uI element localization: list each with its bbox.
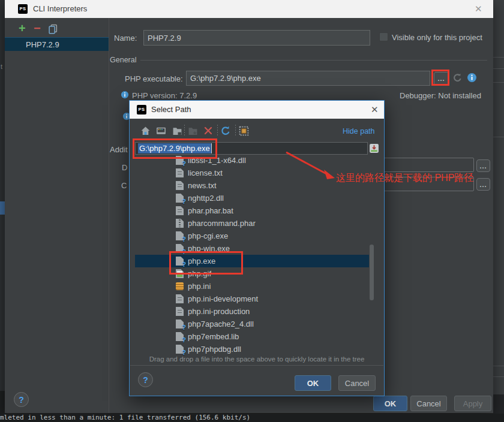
phpstorm-logo-icon: PS (137, 105, 146, 114)
annotation-text: 这里的路径就是下载的 PHP路径 (336, 172, 473, 185)
file-name: php7embed.lib (188, 332, 239, 341)
debugger-status-text: Debugger: Not installed (400, 91, 481, 100)
reload-phpinfo-icon[interactable] (452, 73, 463, 85)
file-name: news.txt (188, 181, 217, 190)
php-executable-label: PHP executable: (125, 74, 183, 83)
background-browse-button-1[interactable]: ... (476, 159, 490, 172)
file-row[interactable]: php7phpdbg.dll (135, 343, 369, 355)
annotation-box-browse (431, 70, 449, 86)
refresh-icon (220, 125, 231, 136)
delete-button[interactable] (203, 125, 214, 136)
sidebar-item-label: PHP7.2.9 (26, 40, 59, 49)
ok-button[interactable]: OK (373, 396, 407, 411)
file-name: php.ini-production (188, 307, 250, 316)
config-label-partial: C (121, 181, 127, 190)
help-button[interactable]: ? (14, 392, 29, 407)
file-tree-scrollbar[interactable] (370, 245, 374, 300)
folder-icon (172, 126, 182, 136)
plus-icon: + (19, 22, 26, 35)
dialog-help-button[interactable]: ? (138, 372, 153, 387)
toolbar-divider (217, 125, 218, 137)
copy-interpreter-button[interactable] (48, 24, 58, 36)
apply-button[interactable]: Apply (454, 396, 491, 411)
file-name: php.ini (188, 282, 211, 291)
copy-icon (48, 24, 58, 34)
remove-interpreter-button[interactable]: − (34, 24, 41, 34)
file-row[interactable]: pharcommand.phar (135, 217, 369, 230)
file-name: license.txt (188, 168, 223, 177)
annotation-box-path (133, 138, 217, 159)
file-row[interactable]: php-cgi.exe (135, 230, 369, 242)
refresh-button[interactable] (220, 125, 231, 136)
file-name: phar.phar.bat (188, 206, 233, 215)
phpstorm-logo-icon: PS (18, 4, 28, 14)
file-row[interactable]: nghttp2.dll (135, 192, 369, 204)
file-icon (176, 282, 184, 291)
php-executable-input[interactable]: G:\php7.2.9\php.exe (186, 71, 430, 86)
dialog-ok-button[interactable]: OK (295, 375, 331, 391)
name-input[interactable]: PHP7.2.9 (143, 30, 370, 46)
ide-right-line (493, 57, 504, 58)
file-name: php.ini-development (188, 294, 258, 303)
new-folder-button[interactable] (187, 125, 198, 136)
file-row[interactable]: php.ini-production (135, 305, 369, 318)
file-row[interactable]: phar.phar.bat (135, 204, 369, 217)
tool-stripe-highlight (0, 201, 5, 215)
file-icon (176, 332, 184, 341)
file-row[interactable]: php7embed.lib (135, 330, 369, 343)
additional-label-partial: Addit (110, 145, 128, 154)
close-icon[interactable]: ✕ (475, 4, 482, 14)
file-icon (176, 319, 184, 328)
php-executable-value: G:\php7.2.9\php.exe (190, 74, 261, 83)
ide-right-line (493, 366, 504, 366)
home-directory-button[interactable] (140, 125, 151, 136)
cancel-button[interactable]: Cancel (410, 396, 447, 411)
info-icon[interactable] (467, 73, 477, 85)
show-hidden-files-button[interactable] (238, 125, 249, 136)
file-row[interactable]: news.txt (135, 179, 369, 192)
new-folder-icon (188, 126, 198, 136)
status-bar: mleted in less than a minute: 1 file tra… (0, 414, 504, 422)
add-interpreter-button[interactable]: + (19, 23, 26, 34)
paste-path-button[interactable] (369, 143, 379, 155)
file-row[interactable]: php.ini-development (135, 293, 369, 305)
file-row[interactable]: php.ini (135, 280, 369, 293)
debug-label-partial: D (122, 163, 127, 172)
toolbar-divider (184, 125, 185, 137)
project-directory-button[interactable] (172, 125, 182, 136)
dialog-cancel-button[interactable]: Cancel (338, 375, 376, 391)
visible-only-label[interactable]: Visible only for this project (392, 33, 482, 42)
desktop-icon (156, 126, 166, 136)
hide-path-link[interactable]: Hide path (343, 127, 375, 135)
file-icon (176, 206, 184, 215)
select-path-titlebar[interactable]: PS Select Path ✕ (130, 101, 384, 119)
select-path-title: Select Path (151, 105, 191, 114)
general-section-line (140, 60, 487, 61)
sidebar-item-php729[interactable]: PHP7.2.9 (5, 37, 109, 51)
visible-only-checkbox[interactable] (379, 32, 388, 41)
drag-drop-hint: Drag and drop a file into the space abov… (130, 355, 384, 363)
file-name: nghttp2.dll (188, 194, 224, 203)
file-icon (176, 194, 184, 203)
file-row[interactable]: php7apache2_4.dll (135, 318, 369, 330)
general-section-label: General (110, 56, 136, 64)
file-icon (176, 219, 184, 228)
desktop-directory-button[interactable] (155, 125, 166, 136)
ide-right-line (493, 68, 504, 69)
minus-icon: − (34, 22, 41, 35)
file-name: php7apache2_4.dll (188, 319, 254, 328)
window-titlebar[interactable]: PS CLI Interpreters ✕ (5, 0, 493, 18)
file-row[interactable]: license.txt (135, 167, 369, 179)
tool-window-label: t (1, 63, 2, 70)
file-icon (176, 181, 184, 190)
file-icon (176, 345, 184, 354)
annotation-box-phpexe (169, 251, 243, 275)
background-browse-button-2[interactable]: ... (476, 178, 490, 191)
dialog-close-icon[interactable]: ✕ (371, 105, 379, 114)
file-icon (176, 231, 184, 240)
version-info-icon (121, 91, 129, 101)
screen: t PS CLI Interpreters ✕ + − PHP7.2.9 Nam… (0, 0, 504, 422)
window-title: CLI Interpreters (33, 4, 87, 13)
file-name: php-cgi.exe (188, 231, 228, 240)
name-label: Name: (114, 34, 137, 43)
